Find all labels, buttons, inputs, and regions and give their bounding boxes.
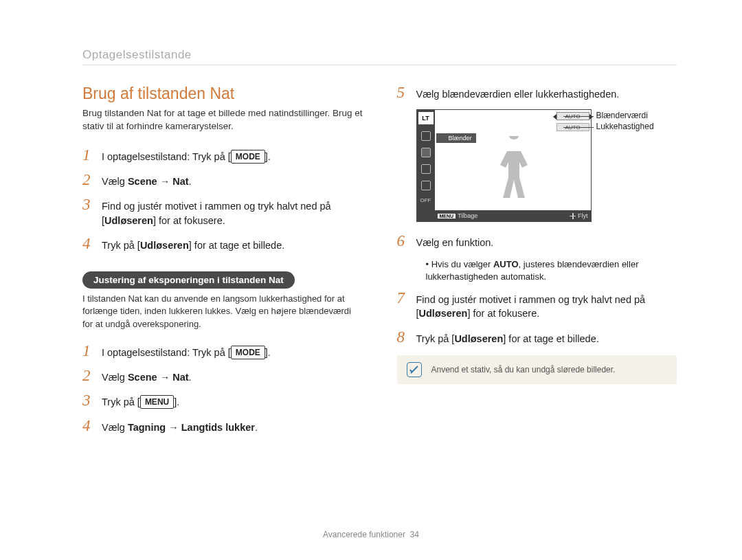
step-text: I optagelsestilstand: Tryk på [MODE]. — [102, 346, 363, 359]
sidebar-icon — [421, 181, 431, 190]
steps-exposure: 1 I optagelsestilstand: Tryk på [MODE]. … — [82, 343, 363, 434]
page-footer: Avancerede funktioner 34 — [0, 530, 742, 539]
sidebar-off-icon: OFF — [420, 197, 431, 203]
step-number: 2 — [82, 172, 102, 188]
steps-right-cont2: 7 Find og justér motivet i rammen og try… — [397, 290, 677, 346]
step-text: Tryk på [Udløseren] for at tage et bille… — [102, 238, 363, 252]
mode-keycap: MODE — [231, 150, 265, 164]
sidebar-icon — [421, 148, 431, 157]
intro-text: Brug tilstanden Nat for at tage et bille… — [82, 107, 363, 133]
step-text: Tryk på [Udløseren] for at tage et bille… — [416, 332, 677, 346]
step-text: Vælg en funktion. — [416, 236, 677, 249]
subject-silhouette-icon — [490, 136, 538, 205]
step-text: Find og justér motivet i rammen og tryk … — [102, 199, 363, 227]
callout-aperture: Blænderværdi — [596, 111, 648, 120]
callout-line — [563, 127, 594, 128]
tip-box: Anvend et stativ, så du kan undgå sløred… — [397, 355, 677, 384]
subsection-intro: I tilstanden Nat kan du anvende en langs… — [82, 293, 363, 331]
step-text: Vælg Scene → Nat. — [102, 175, 363, 188]
step-number: 8 — [397, 329, 416, 345]
tip-check-icon — [407, 362, 422, 377]
step-number: 3 — [82, 392, 102, 408]
step-text: I optagelsestilstand: Tryk på [MODE]. — [102, 150, 363, 164]
step-text: Tryk på [MENU]. — [102, 395, 363, 409]
move-label: Flyt — [578, 212, 588, 219]
step-number: 2 — [82, 368, 102, 383]
step-number: 6 — [397, 233, 416, 249]
camera-screen-illustration: LT OFF AUTO AUTO Blænder — [416, 109, 677, 222]
step-text: Vælg Scene → Nat. — [102, 370, 363, 384]
right-column: 5 Vælg blændeværdien eller lukkerhastigh… — [397, 85, 677, 443]
step-number: 1 — [82, 147, 102, 163]
callout-line — [563, 116, 594, 117]
step-number: 3 — [82, 197, 102, 212]
menu-keycap: MENU — [140, 395, 174, 409]
step-number: 5 — [397, 85, 416, 100]
breadcrumb: Optagelsestilstande — [82, 48, 677, 65]
steps-right-cont: 6 Vælg en funktion. — [397, 233, 677, 249]
sidebar-icon — [421, 164, 431, 174]
sidebar-icon — [421, 131, 431, 141]
step-number: 4 — [82, 418, 102, 434]
subsection-pill: Justering af eksponeringen i tilstanden … — [82, 271, 295, 289]
section-title: Brug af tilstanden Nat — [82, 85, 363, 103]
step-number: 7 — [397, 290, 416, 306]
step-text: Vælg blændeværdien eller lukkerhastighed… — [416, 87, 677, 101]
tip-text: Anvend et stativ, så du kan undgå sløred… — [431, 365, 616, 374]
left-column: Brug af tilstanden Nat Brug tilstanden N… — [82, 85, 363, 443]
menu-box-icon: MENU — [438, 214, 456, 219]
blaender-label: Blænder — [436, 133, 476, 143]
mode-keycap: MODE — [231, 346, 265, 359]
step-text: Vælg Tagning → Langtids lukker. — [102, 421, 363, 434]
nav-cross-icon — [570, 213, 576, 219]
screen-sidebar: LT OFF — [417, 110, 435, 221]
step-number: 4 — [82, 236, 102, 251]
callout-shutter: Lukkehastighed — [596, 122, 654, 131]
step-text: Find og justér motivet i rammen og tryk … — [416, 293, 677, 321]
back-label: Tilbage — [458, 212, 477, 219]
step-note: Hvis du vælger AUTO, justeres blændeværd… — [426, 258, 677, 283]
screen-bottombar: MENU Tilbage Flyt — [435, 210, 591, 221]
step-number: 1 — [82, 343, 102, 359]
steps-main: 1 I optagelsestilstand: Tryk på [MODE]. … — [82, 147, 363, 252]
lt-badge: LT — [418, 112, 434, 124]
steps-right: 5 Vælg blændeværdien eller lukkerhastigh… — [397, 85, 677, 101]
